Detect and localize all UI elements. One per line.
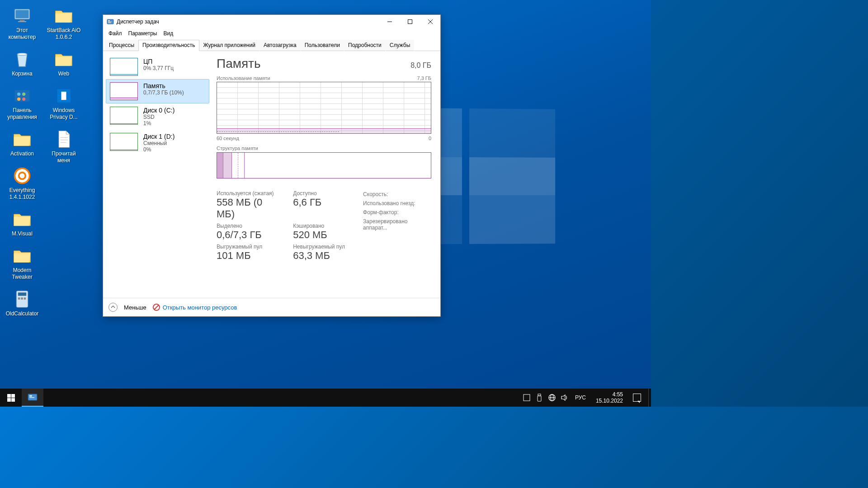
sidebar-item[interactable]: Память0,7/7,3 ГБ (10%) (106, 79, 209, 103)
svg-marker-42 (561, 395, 565, 400)
show-desktop-button[interactable] (648, 389, 651, 407)
tray-usb-icon[interactable] (535, 394, 543, 402)
desktop-icon-label: OldCalculator (6, 310, 39, 317)
tab[interactable]: Пользователи (301, 40, 344, 51)
calc-icon (12, 289, 33, 310)
folder-icon (53, 49, 74, 70)
svg-rect-35 (29, 397, 34, 398)
svg-rect-31 (7, 398, 11, 402)
memory-stat: Невыгружаемый пул63,3 МБ (293, 244, 345, 262)
sidebar-thumb (110, 133, 138, 151)
clock[interactable]: 4:55 15.10.2022 (592, 391, 627, 404)
minimize-button[interactable] (379, 15, 400, 28)
svg-rect-30 (11, 394, 15, 398)
memory-stat: Кэшировано520 МБ (293, 223, 345, 241)
task-manager-window: Диспетчер задач ФайлПараметрыВид Процесс… (103, 14, 441, 317)
desktop-icon-label: Панельуправления (7, 107, 37, 121)
open-resource-monitor-link[interactable]: Открыть монитор ресурсов (153, 304, 237, 311)
titlebar[interactable]: Диспетчер задач (103, 15, 440, 28)
notifications-icon[interactable] (633, 394, 641, 402)
folder-icon (53, 5, 74, 26)
menu-bar: ФайлПараметрыВид (103, 28, 440, 39)
collapse-icon[interactable] (108, 303, 118, 312)
desktop-icon[interactable]: Activation (4, 129, 41, 157)
volume-icon[interactable] (561, 394, 569, 402)
svg-rect-15 (21, 297, 23, 300)
desktop-icon-label: Корзина (12, 70, 33, 77)
sidebar-text: Память0,7/7,3 ГБ (10%) (143, 82, 184, 96)
tab[interactable]: Производительность (138, 40, 199, 51)
svg-rect-29 (7, 394, 11, 398)
svg-rect-13 (18, 292, 26, 296)
sidebar-item[interactable]: Диск 0 (C:)SSD1% (106, 103, 209, 130)
bin-icon (12, 49, 33, 70)
sidebar-item[interactable]: Диск 1 (D:)Сменный0% (106, 130, 209, 156)
close-button[interactable] (420, 15, 440, 28)
svg-rect-5 (15, 90, 30, 102)
language-indicator[interactable]: РУС (573, 394, 588, 401)
desktop-icon[interactable]: Web (45, 49, 82, 77)
menu-item[interactable]: Параметры (126, 29, 160, 38)
svg-rect-24 (108, 23, 111, 23)
desktop-icon[interactable]: Панельуправления (4, 85, 41, 121)
system-tray: РУС 4:55 15.10.2022 (520, 389, 648, 407)
sidebar-text: Диск 0 (C:)SSD1% (143, 107, 175, 127)
desktop-icon[interactable]: ModernTweaker (4, 245, 41, 281)
window-footer: Меньше Открыть монитор ресурсов (103, 298, 440, 316)
desktop-icon[interactable]: OldCalculator (4, 289, 41, 317)
chart-x-left: 60 секунд (217, 136, 239, 141)
tab[interactable]: Службы (386, 40, 414, 51)
network-icon[interactable] (548, 394, 556, 402)
svg-rect-1 (15, 10, 28, 18)
clock-date: 15.10.2022 (596, 398, 623, 404)
panel-heading: Память (217, 56, 261, 71)
desktop-icon[interactable]: WindowsPrivacy D... (45, 85, 82, 121)
menu-item[interactable]: Вид (160, 29, 176, 38)
tab[interactable]: Процессы (105, 40, 138, 51)
desktop-icon[interactable]: Прочитайменя (45, 129, 82, 164)
desktop-icon[interactable]: StartBack AiO1.0.6.2 (45, 5, 82, 41)
memory-stat: Выделено0,6/7,3 ГБ (217, 223, 279, 241)
performance-sidebar: ЦП0% 3,77 ГГцПамять0,7/7,3 ГБ (10%)Диск … (103, 51, 211, 298)
desktop-icon-label: ModernTweaker (12, 267, 32, 281)
sidebar-item[interactable]: ЦП0% 3,77 ГГц (106, 55, 209, 79)
svg-point-7 (22, 93, 25, 96)
memory-usage-chart (217, 82, 431, 134)
tab[interactable]: Автозагрузка (259, 40, 301, 51)
pc-icon (12, 5, 33, 26)
resource-monitor-label: Открыть монитор ресурсов (163, 304, 237, 311)
taskbar-task-manager[interactable] (22, 389, 43, 407)
start-button[interactable] (0, 389, 22, 407)
tab[interactable]: Журнал приложений (199, 40, 259, 51)
tray-icon[interactable] (523, 394, 531, 402)
svg-rect-16 (24, 297, 26, 300)
winp-icon (53, 85, 74, 106)
maximize-button[interactable] (400, 15, 420, 28)
memory-capacity: 8,0 ГБ (410, 61, 431, 70)
clock-time: 4:55 (596, 391, 623, 398)
composition-label: Структура памяти (217, 145, 431, 151)
desktop-icon[interactable]: Корзина (4, 49, 41, 77)
fewer-details-link[interactable]: Меньше (124, 304, 146, 311)
desktop-icon[interactable]: M.Visual (4, 209, 41, 237)
resource-monitor-icon (153, 304, 160, 311)
txt-icon (53, 129, 74, 150)
menu-item[interactable]: Файл (106, 29, 125, 38)
memory-stat: Используется (сжатая)558 МБ (0 МБ) (217, 190, 279, 220)
desktop-icon[interactable]: Everything1.4.1.1022 (4, 165, 41, 201)
desktop-icon-label: Web (58, 70, 69, 77)
panel-icon (12, 85, 33, 106)
usage-chart-max: 7,3 ГБ (417, 75, 431, 81)
svg-rect-36 (524, 394, 530, 401)
svg-rect-38 (538, 396, 541, 401)
desktop-icon-label: Этоткомпьютер (9, 27, 36, 41)
desktop-icon[interactable]: Этоткомпьютер (4, 5, 41, 41)
svg-rect-37 (538, 394, 541, 396)
tab[interactable]: Подробности (344, 40, 386, 51)
svg-point-10 (15, 169, 30, 183)
desktop-icon-label: Прочитайменя (52, 150, 75, 164)
chart-x-right: 0 (429, 136, 431, 141)
usage-chart-label: Использование памяти (217, 75, 270, 81)
svg-point-4 (17, 53, 27, 56)
folder-icon (12, 209, 33, 230)
